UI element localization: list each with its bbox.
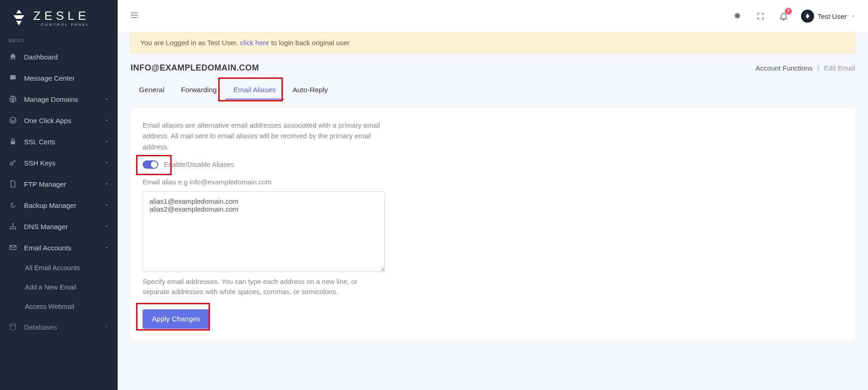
key-icon: [8, 158, 18, 167]
sidebar-item-label: Email Accounts: [24, 244, 72, 252]
lock-icon: [8, 137, 18, 146]
history-icon: [8, 201, 18, 210]
chevron-down-icon: [104, 201, 109, 209]
chevron-down-icon: [104, 323, 109, 331]
avatar-icon: [801, 10, 814, 23]
notice-suffix: to login back original user: [269, 39, 349, 47]
tab-general[interactable]: General: [131, 81, 173, 100]
sidebar-item-label: Message Center: [24, 74, 75, 82]
svg-rect-7: [12, 223, 14, 225]
sidebar-item-label: Dashboard: [24, 53, 58, 61]
sidebar-item-dns-manager[interactable]: DNS Manager: [0, 216, 118, 237]
breadcrumb-parent[interactable]: Account Functions: [756, 64, 813, 72]
chevron-down-icon: [104, 180, 109, 188]
sidebar-item-label: FTP Manager: [24, 180, 66, 188]
sidebar-item-label: Backup Manager: [24, 201, 76, 209]
tabs: General Forwarding Email Aliases Auto-Re…: [131, 81, 855, 100]
database-icon: [8, 322, 18, 331]
chevron-down-icon: [104, 95, 109, 103]
sidebar-item-label: SSL Certs: [24, 138, 55, 146]
user-name: Test User: [818, 12, 847, 20]
topbar: ? Test User: [118, 0, 868, 32]
sidebar-item-email-accounts[interactable]: Email Accounts: [0, 237, 118, 258]
sidebar-item-ftp-manager[interactable]: FTP Manager: [0, 173, 118, 195]
sidebar: ZESLE CONTROL PANEL MENU Dashboard Messa…: [0, 0, 118, 390]
alias-help-text: Specify email addresses. You can type ea…: [143, 277, 383, 297]
alias-textarea[interactable]: [143, 191, 385, 272]
sidebar-item-dashboard[interactable]: Dashboard: [0, 46, 118, 67]
chevron-down-icon: [850, 13, 856, 19]
chevron-down-icon: [104, 117, 109, 124]
sidebar-item-one-click-apps[interactable]: One Click Apps: [0, 110, 118, 131]
svg-marker-0: [16, 10, 22, 13]
apply-changes-button[interactable]: Apply Changes: [143, 309, 210, 329]
sidebar-item-all-email-accounts[interactable]: All Email Accounts: [0, 258, 118, 278]
globe-icon: [8, 95, 18, 104]
chevron-down-icon: [104, 159, 109, 167]
card: Email aliases are alternative email addr…: [131, 108, 855, 341]
sitemap-icon: [8, 222, 18, 231]
chevron-down-icon: [104, 138, 109, 146]
sidebar-item-label: SSH Keys: [24, 159, 55, 167]
sidebar-item-message-center[interactable]: Message Center: [0, 67, 118, 89]
menu-toggle-icon[interactable]: [130, 11, 139, 22]
notifications-icon[interactable]: ?: [778, 11, 789, 22]
chat-icon: [8, 73, 18, 83]
impersonation-notice: You are Logged in as Test User, click he…: [131, 32, 855, 53]
breadcrumb-current: Edit Email: [824, 64, 855, 72]
sidebar-item-databases[interactable]: Databases: [0, 316, 118, 337]
sidebar-item-label: Access Webmail: [25, 303, 74, 310]
svg-marker-13: [806, 13, 809, 18]
svg-marker-2: [16, 21, 22, 25]
chevron-down-icon: [104, 223, 109, 230]
svg-point-6: [10, 162, 13, 165]
sidebar-item-access-webmail[interactable]: Access Webmail: [0, 297, 118, 316]
menu-label: MENU: [0, 38, 118, 46]
wordpress-icon: [8, 116, 18, 125]
sidebar-item-label: DNS Manager: [24, 223, 68, 230]
sidebar-item-label: One Click Apps: [24, 117, 72, 124]
logo-icon: [9, 8, 29, 28]
sidebar-item-label: Add a New Email: [25, 284, 76, 291]
notice-link[interactable]: click here: [240, 39, 269, 47]
envelope-icon: [8, 243, 18, 252]
svg-marker-1: [13, 15, 24, 19]
sidebar-item-backup-manager[interactable]: Backup Manager: [0, 195, 118, 216]
page-title: INFO@EXAMPLEDOMAIN.COM: [131, 63, 259, 73]
breadcrumb: Account Functions / Edit Email: [756, 64, 855, 72]
user-menu-button[interactable]: Test User: [801, 10, 856, 23]
svg-rect-10: [15, 228, 16, 230]
sidebar-item-label: Manage Domains: [24, 95, 78, 103]
chevron-up-icon: [104, 244, 109, 252]
svg-point-12: [10, 324, 16, 326]
svg-rect-8: [10, 228, 11, 230]
alias-field-label: Email alias e.g info@exampledomain.com: [143, 178, 843, 186]
sidebar-item-ssh-keys[interactable]: SSH Keys: [0, 152, 118, 173]
tab-auto-reply[interactable]: Auto-Reply: [284, 81, 336, 100]
leaf-icon[interactable]: [732, 11, 743, 22]
logo[interactable]: ZESLE CONTROL PANEL: [0, 0, 118, 38]
sidebar-item-label: All Email Accounts: [25, 264, 80, 272]
notification-badge: ?: [785, 8, 792, 15]
sidebar-item-ssl-certs[interactable]: SSL Certs: [0, 131, 118, 152]
svg-rect-9: [12, 228, 14, 230]
notice-prefix: You are Logged in as Test User,: [140, 39, 240, 47]
tab-email-aliases[interactable]: Email Aliases: [225, 81, 284, 100]
home-icon: [8, 52, 18, 61]
aliases-description: Email aliases are alternative email addr…: [143, 120, 383, 152]
aliases-toggle[interactable]: [143, 160, 158, 169]
brand-name: ZESLE: [33, 10, 90, 22]
tab-forwarding[interactable]: Forwarding: [173, 81, 225, 100]
brand-sub: CONTROL PANEL: [33, 23, 90, 27]
sidebar-item-label: Databases: [24, 323, 57, 331]
sidebar-item-manage-domains[interactable]: Manage Domains: [0, 89, 118, 110]
sidebar-item-add-new-email[interactable]: Add a New Email: [0, 278, 118, 297]
svg-rect-5: [11, 141, 15, 144]
fullscreen-icon[interactable]: [755, 11, 766, 22]
file-icon: [8, 179, 18, 189]
toggle-label: Enable/Disable Aliases: [164, 160, 234, 168]
